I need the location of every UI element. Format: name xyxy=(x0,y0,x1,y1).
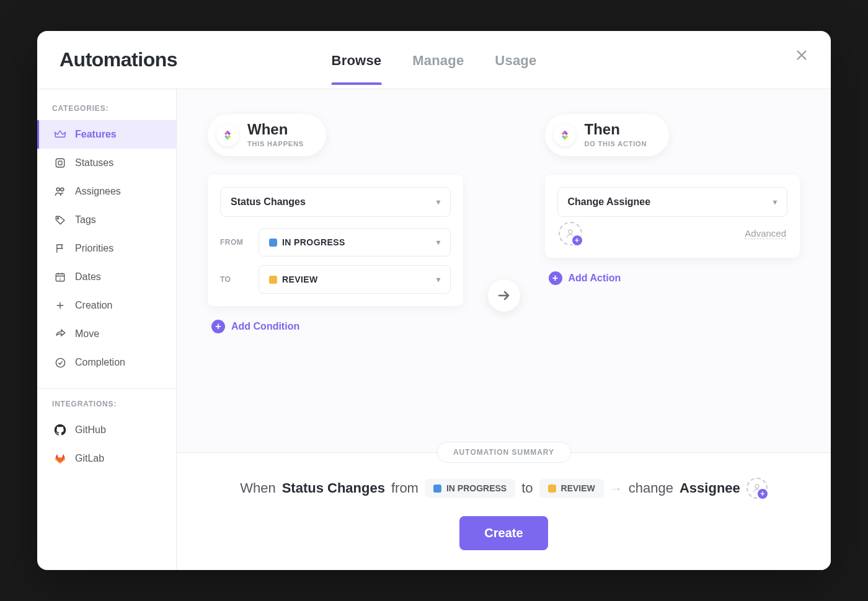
sidebar-item-assignees[interactable]: Assignees xyxy=(37,177,176,206)
plus-circle-icon: + xyxy=(211,320,225,333)
svg-point-6 xyxy=(57,217,58,219)
plus-circle-icon: + xyxy=(549,271,562,285)
when-card: Status Changes ▾ FROM IN PROGRESS xyxy=(208,175,463,306)
then-column: Then DO THIS ACTION Change Assignee ▾ xyxy=(545,114,800,285)
sidebar-item-github[interactable]: GitHub xyxy=(37,416,176,444)
svg-point-4 xyxy=(56,188,60,191)
main-panel: When THIS HAPPENS Status Changes ▾ FROM xyxy=(177,89,831,570)
clickup-logo-icon xyxy=(554,124,576,146)
arrow-connector xyxy=(488,279,520,312)
summary-badge: AUTOMATION SUMMARY xyxy=(436,442,571,463)
chevron-down-icon: ▾ xyxy=(436,275,440,284)
sidebar-item-creation[interactable]: Creation xyxy=(37,291,176,320)
trigger-value: Status Changes xyxy=(231,196,306,208)
sidebar-item-label: GitHub xyxy=(75,424,106,436)
tab-manage[interactable]: Manage xyxy=(412,53,464,85)
chevron-down-icon: ▾ xyxy=(436,238,440,247)
to-status-value: REVIEW xyxy=(282,274,318,284)
sidebar-item-tags[interactable]: Tags xyxy=(37,206,176,234)
sidebar-divider xyxy=(37,388,176,388)
summary-to-word: to xyxy=(521,480,533,496)
add-condition-label: Add Condition xyxy=(231,321,299,332)
sidebar-item-label: GitLab xyxy=(75,453,104,464)
from-status-value: IN PROGRESS xyxy=(282,237,345,247)
integrations-heading: INTEGRATIONS: xyxy=(37,400,176,416)
trigger-select[interactable]: Status Changes ▾ xyxy=(220,187,451,217)
sidebar-item-label: Dates xyxy=(75,271,101,283)
add-assignee-button[interactable]: + xyxy=(559,222,582,245)
categories-heading: CATEGORIES: xyxy=(37,104,176,120)
from-label: FROM xyxy=(220,238,250,247)
when-subtitle: THIS HAPPENS xyxy=(247,140,304,147)
plus-badge-icon: + xyxy=(571,234,583,247)
sidebar: CATEGORIES: Features Statuses Assignees … xyxy=(37,89,177,570)
sidebar-item-label: Features xyxy=(75,129,117,140)
automation-summary: AUTOMATION SUMMARY When Status Changes f… xyxy=(177,452,831,570)
summary-sentence: When Status Changes from IN PROGRESS to … xyxy=(202,478,806,499)
sidebar-item-statuses[interactable]: Statuses xyxy=(37,149,176,177)
svg-text:1: 1 xyxy=(59,277,61,281)
advanced-link[interactable]: Advanced xyxy=(745,228,786,239)
close-icon[interactable] xyxy=(795,48,808,62)
sidebar-item-label: Priorities xyxy=(75,243,113,254)
automations-modal: Automations Browse Manage Usage CATEGORI… xyxy=(37,31,831,570)
summary-when-word: When xyxy=(240,480,275,496)
svg-rect-2 xyxy=(56,159,64,167)
plus-badge-icon: + xyxy=(756,488,769,500)
summary-from-word: from xyxy=(391,480,418,496)
add-action-label: Add Action xyxy=(569,273,621,284)
sidebar-item-features[interactable]: Features xyxy=(37,120,176,149)
modal-title: Automations xyxy=(60,48,177,71)
svg-point-11 xyxy=(755,485,759,488)
sidebar-item-priorities[interactable]: Priorities xyxy=(37,234,176,263)
action-select[interactable]: Change Assignee ▾ xyxy=(557,187,788,217)
add-action-button[interactable]: + Add Action xyxy=(545,271,621,285)
add-condition-button[interactable]: + Add Condition xyxy=(208,320,299,333)
when-pill: When THIS HAPPENS xyxy=(208,114,326,156)
status-color-swatch xyxy=(269,239,277,247)
summary-from-chip: IN PROGRESS xyxy=(425,479,515,498)
summary-to-chip: REVIEW xyxy=(539,479,604,498)
summary-assignee-placeholder[interactable]: + xyxy=(746,478,768,499)
create-button[interactable]: Create xyxy=(459,516,547,550)
then-subtitle: DO THIS ACTION xyxy=(585,140,647,147)
github-icon xyxy=(54,424,66,436)
then-title: Then xyxy=(585,121,647,138)
square-icon xyxy=(54,157,66,169)
svg-point-10 xyxy=(569,230,572,234)
summary-change-word: change xyxy=(629,480,673,496)
to-status-select[interactable]: REVIEW ▾ xyxy=(259,265,451,294)
crown-icon xyxy=(54,128,66,141)
sidebar-item-completion[interactable]: Completion xyxy=(37,348,176,377)
share-arrow-icon xyxy=(54,328,66,340)
chevron-down-icon: ▾ xyxy=(773,198,777,206)
chevron-down-icon: ▾ xyxy=(436,198,440,206)
when-column: When THIS HAPPENS Status Changes ▾ FROM xyxy=(208,114,463,333)
status-color-swatch xyxy=(548,485,556,493)
summary-trigger: Status Changes xyxy=(282,480,385,496)
automation-builder: When THIS HAPPENS Status Changes ▾ FROM xyxy=(177,89,831,452)
sidebar-item-label: Statuses xyxy=(75,157,113,169)
sidebar-item-gitlab[interactable]: GitLab xyxy=(37,444,176,473)
tab-usage[interactable]: Usage xyxy=(495,53,536,85)
sidebar-item-label: Completion xyxy=(75,357,125,368)
from-status-select[interactable]: IN PROGRESS ▾ xyxy=(259,228,451,257)
gitlab-icon xyxy=(54,452,66,465)
flag-icon xyxy=(54,242,66,255)
summary-assignee-word: Assignee xyxy=(680,480,740,496)
to-label: TO xyxy=(220,275,250,284)
status-color-swatch xyxy=(433,485,441,493)
sidebar-item-label: Assignees xyxy=(75,186,121,197)
arrow-right-icon: → xyxy=(610,481,622,496)
svg-rect-3 xyxy=(58,161,62,165)
tab-browse[interactable]: Browse xyxy=(332,53,382,85)
sidebar-item-move[interactable]: Move xyxy=(37,320,176,348)
calendar-icon: 1 xyxy=(54,271,66,283)
sidebar-item-label: Tags xyxy=(75,214,96,226)
people-icon xyxy=(54,185,66,198)
header-tabs: Browse Manage Usage xyxy=(332,53,537,85)
then-pill: Then DO THIS ACTION xyxy=(545,114,670,156)
sidebar-item-dates[interactable]: 1 Dates xyxy=(37,263,176,291)
plus-square-icon xyxy=(54,299,66,312)
clickup-logo-icon xyxy=(216,124,239,146)
